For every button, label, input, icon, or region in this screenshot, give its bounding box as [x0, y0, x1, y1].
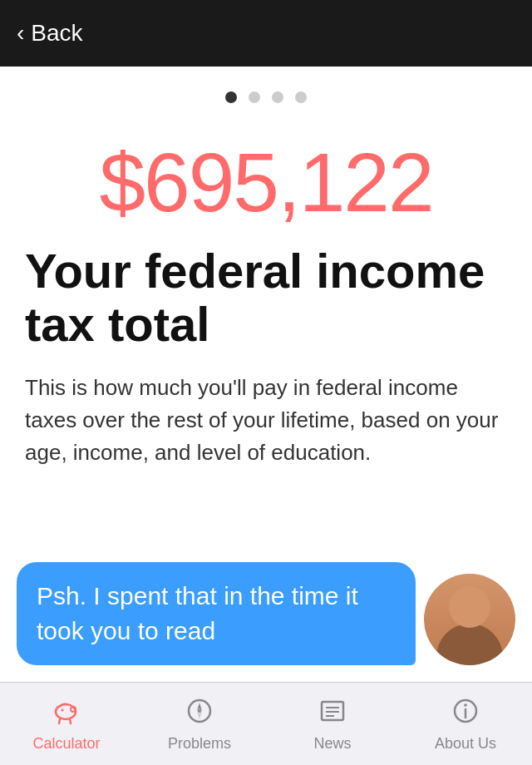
svg-point-8 [198, 709, 201, 713]
svg-line-2 [59, 719, 60, 723]
dot-3 [272, 91, 283, 103]
tab-about-us-label: About Us [435, 735, 496, 753]
tab-calculator[interactable]: Calculator [0, 696, 133, 753]
svg-point-15 [464, 703, 467, 707]
page-dots [0, 67, 532, 120]
main-content: $695,122 Your federal income tax total T… [0, 120, 532, 469]
tab-calculator-label: Calculator [32, 735, 100, 753]
tax-amount-display: $695,122 [25, 128, 507, 244]
top-navigation-bar: ‹ Back [0, 0, 532, 67]
chat-area: Psh. I spent that in the time it took yo… [0, 532, 532, 674]
svg-point-4 [62, 708, 64, 711]
back-chevron-icon: ‹ [17, 22, 24, 45]
dot-2 [249, 91, 260, 103]
compass-icon [185, 696, 214, 730]
tab-problems-label: Problems [168, 735, 231, 753]
back-label: Back [31, 20, 82, 47]
news-icon [318, 696, 347, 730]
piggy-bank-icon [52, 696, 81, 730]
back-button[interactable]: ‹ Back [17, 20, 83, 47]
tab-about-us[interactable]: About Us [399, 696, 532, 753]
tab-bar: Calculator Problems News [0, 682, 532, 765]
svg-line-3 [70, 719, 71, 723]
dot-4 [295, 91, 307, 103]
info-icon [451, 696, 480, 730]
dot-1 [225, 91, 237, 103]
tab-problems[interactable]: Problems [133, 696, 266, 753]
tax-title-heading: Your federal income tax total [25, 244, 507, 351]
tab-news[interactable]: News [266, 696, 399, 753]
chat-bubble: Psh. I spent that in the time it took yo… [17, 562, 416, 665]
tax-description-text: This is how much you'll pay in federal i… [25, 372, 507, 469]
tab-news-label: News [313, 735, 351, 753]
svg-point-1 [71, 707, 76, 712]
